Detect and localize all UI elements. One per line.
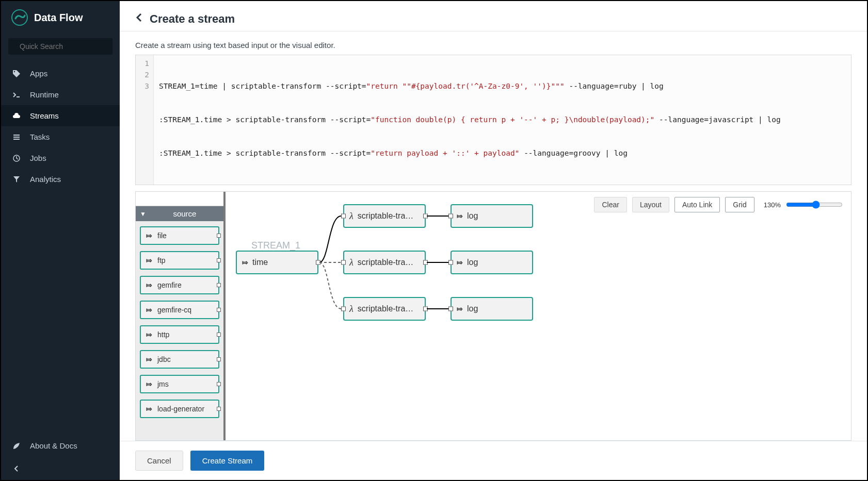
node-transform-3[interactable]: λ scriptable-tra… <box>343 297 426 321</box>
port-in[interactable] <box>341 260 346 265</box>
palette-item-file[interactable]: ⤇file <box>140 226 219 245</box>
list-icon <box>12 133 21 141</box>
nav-label: Runtime <box>30 90 59 99</box>
code-gutter: 1 2 3 <box>136 55 154 185</box>
leaf-icon <box>12 442 21 450</box>
main-content: Create a stream Create a stream using te… <box>120 1 867 480</box>
nav-item-streams[interactable]: Streams <box>1 105 120 126</box>
nav-label: About & Docs <box>30 441 77 450</box>
search-input[interactable] <box>20 42 110 51</box>
page-title: Create a stream <box>150 12 235 26</box>
source-icon: ⤇ <box>146 380 152 388</box>
page-header: Create a stream <box>120 1 867 31</box>
node-transform-2[interactable]: λ scriptable-tra… <box>343 251 426 274</box>
nav-item-jobs[interactable]: Jobs <box>1 147 120 169</box>
node-log-2[interactable]: ⤇ log <box>451 251 533 274</box>
visual-editor: ▼ source ⤇file ⤇ftp ⤇gemfire ⤇gemfire-cq… <box>135 191 851 441</box>
nav-list: Apps Runtime Streams Tasks Jobs <box>1 63 120 190</box>
port-in[interactable] <box>448 260 453 265</box>
port-in[interactable] <box>448 307 453 311</box>
port-in[interactable] <box>448 214 453 219</box>
palette-item-load-generator[interactable]: ⤇load-generator <box>140 400 219 418</box>
zoom-slider[interactable] <box>786 201 843 209</box>
sidebar: Data Flow Apps Runtime Streams <box>1 1 120 480</box>
port-out[interactable] <box>423 307 428 311</box>
prompt-icon <box>12 91 21 99</box>
footer-bar: Cancel Create Stream <box>120 441 867 480</box>
app-logo-icon <box>11 9 28 26</box>
code-editor[interactable]: 1 2 3 STREAM_1=time | scriptable-transfo… <box>135 55 851 185</box>
node-transform-1[interactable]: λ scriptable-tra… <box>343 204 426 228</box>
code-lines[interactable]: STREAM_1=time | scriptable-transform --s… <box>154 55 786 185</box>
nav-item-runtime[interactable]: Runtime <box>1 84 120 105</box>
chevron-down-icon: ▼ <box>140 210 146 218</box>
quick-search[interactable] <box>8 38 112 55</box>
sink-icon: ⤇ <box>457 258 463 267</box>
clear-button[interactable]: Clear <box>594 197 626 212</box>
source-icon: ⤇ <box>146 281 152 289</box>
node-log-1[interactable]: ⤇ log <box>451 204 533 228</box>
source-icon: ⤇ <box>146 306 152 314</box>
nav-item-apps[interactable]: Apps <box>1 63 120 84</box>
source-icon: ⤇ <box>146 405 152 413</box>
palette-items: ⤇file ⤇ftp ⤇gemfire ⤇gemfire-cq ⤇http ⤇j… <box>136 221 223 423</box>
nav-item-tasks[interactable]: Tasks <box>1 126 120 147</box>
sidebar-collapse[interactable] <box>1 457 120 480</box>
svg-point-0 <box>12 10 27 25</box>
sidebar-header: Data Flow <box>1 1 120 34</box>
sink-icon: ⤇ <box>457 212 463 220</box>
nav-label: Tasks <box>30 132 50 141</box>
nav-item-about[interactable]: About & Docs <box>1 434 120 457</box>
source-icon: ⤇ <box>146 256 152 264</box>
canvas-toolbar: Clear Layout Auto Link Grid 130% <box>594 197 843 212</box>
source-icon: ⤇ <box>146 355 152 363</box>
canvas[interactable]: Clear Layout Auto Link Grid 130% STREAM_… <box>226 192 851 440</box>
palette-item-jdbc[interactable]: ⤇jdbc <box>140 350 219 369</box>
clock-icon <box>12 154 21 162</box>
palette-item-http[interactable]: ⤇http <box>140 325 219 344</box>
cancel-button[interactable]: Cancel <box>135 451 183 471</box>
palette-item-ftp[interactable]: ⤇ftp <box>140 251 219 270</box>
port-out[interactable] <box>316 260 320 265</box>
chevron-left-icon <box>12 465 21 473</box>
funnel-icon <box>12 175 21 184</box>
back-button[interactable] <box>135 12 142 26</box>
port-out[interactable] <box>423 214 428 219</box>
tag-icon <box>12 70 21 78</box>
layout-button[interactable]: Layout <box>632 197 669 212</box>
port-out[interactable] <box>423 260 428 265</box>
cloud-icon <box>12 112 21 120</box>
palette-pane: ▼ source ⤇file ⤇ftp ⤇gemfire ⤇gemfire-cq… <box>136 192 226 440</box>
palette-item-gemfire-cq[interactable]: ⤇gemfire-cq <box>140 301 219 319</box>
create-stream-button[interactable]: Create Stream <box>190 451 265 471</box>
source-icon: ⤇ <box>242 258 248 267</box>
lambda-icon: λ <box>349 257 353 268</box>
source-icon: ⤇ <box>146 231 152 240</box>
palette-item-gemfire[interactable]: ⤇gemfire <box>140 276 219 294</box>
port-in[interactable] <box>341 214 346 219</box>
lambda-icon: λ <box>349 304 353 314</box>
nav-label: Analytics <box>30 175 61 184</box>
autolink-button[interactable]: Auto Link <box>674 197 720 212</box>
page-subtitle: Create a stream using text based input o… <box>120 31 867 55</box>
nav-item-analytics[interactable]: Analytics <box>1 169 120 190</box>
nav-label: Streams <box>30 111 59 120</box>
stream-name-label: STREAM_1 <box>251 240 300 251</box>
node-log-3[interactable]: ⤇ log <box>451 297 533 321</box>
node-time[interactable]: ⤇ time <box>236 251 318 274</box>
port-in[interactable] <box>341 307 346 311</box>
nav-label: Apps <box>30 69 47 78</box>
palette-filter-input[interactable] <box>136 192 223 206</box>
svg-point-3 <box>14 71 15 72</box>
palette-header-source[interactable]: ▼ source <box>136 206 223 221</box>
sidebar-footer: About & Docs <box>1 434 120 480</box>
grid-button[interactable]: Grid <box>725 197 754 212</box>
app-title: Data Flow <box>34 12 83 24</box>
source-icon: ⤇ <box>146 330 152 339</box>
nav-label: Jobs <box>30 154 46 162</box>
sink-icon: ⤇ <box>457 305 463 313</box>
palette-item-jms[interactable]: ⤇jms <box>140 375 219 393</box>
lambda-icon: λ <box>349 211 353 222</box>
zoom-label: 130% <box>764 201 781 209</box>
